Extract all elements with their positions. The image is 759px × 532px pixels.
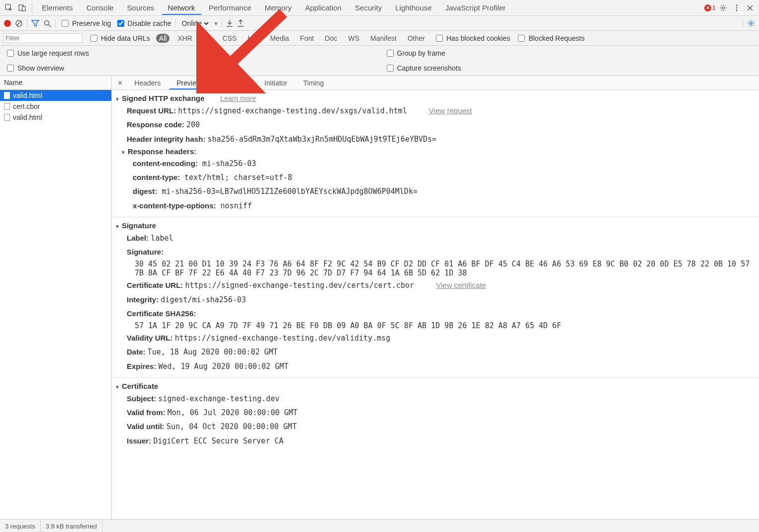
type-chip-other[interactable]: Other bbox=[405, 34, 428, 43]
section-signature-header[interactable]: Signature bbox=[112, 220, 759, 231]
close-devtools-icon[interactable] bbox=[744, 2, 756, 14]
section-signature-title: Signature bbox=[122, 221, 156, 230]
export-har-icon[interactable] bbox=[237, 19, 244, 27]
response-headers-subgroup[interactable]: Response headers: bbox=[112, 146, 759, 157]
request-row[interactable]: cert.cbor bbox=[0, 101, 111, 112]
capture-screenshots-checkbox[interactable]: Capture screenshots bbox=[385, 63, 461, 73]
search-icon[interactable] bbox=[43, 19, 51, 27]
request-name: valid.html bbox=[13, 91, 42, 99]
request-list-header[interactable]: Name bbox=[0, 76, 111, 90]
filter-icon[interactable] bbox=[31, 19, 39, 27]
tab-performance[interactable]: Performance bbox=[203, 0, 257, 15]
subtab-headers[interactable]: Headers bbox=[127, 77, 168, 89]
sig-integrity-k: Integrity: bbox=[127, 295, 159, 304]
view-request-link[interactable]: View request bbox=[429, 106, 472, 115]
record-button[interactable] bbox=[4, 20, 11, 27]
tab-memory[interactable]: Memory bbox=[259, 0, 298, 15]
devtools-tab-strip: Elements Console Sources Network Perform… bbox=[0, 0, 759, 16]
cert-validfrom-v: Mon, 06 Jul 2020 00:00:00 GMT bbox=[168, 408, 298, 417]
type-chip-manifest[interactable]: Manifest bbox=[367, 34, 400, 43]
request-row[interactable]: valid.html bbox=[0, 112, 111, 123]
svg-point-5 bbox=[736, 7, 738, 8]
inspect-element-icon[interactable] bbox=[3, 2, 15, 14]
response-header-name: content-type: bbox=[133, 173, 180, 181]
preserve-log-checkbox[interactable]: Preserve log bbox=[60, 18, 111, 28]
subtab-initiator[interactable]: Initiator bbox=[257, 77, 294, 89]
cert-issuer-k: Issuer: bbox=[127, 437, 151, 445]
detail-body: Signed HTTP exchange Learn more Request … bbox=[112, 90, 759, 519]
sig-date-v: Tue, 18 Aug 2020 00:00:02 GMT bbox=[148, 348, 278, 356]
status-requests: 3 requests bbox=[0, 520, 41, 532]
svg-rect-2 bbox=[22, 6, 25, 11]
request-url-value: https://signed-exchange-testing.dev/sxgs… bbox=[178, 106, 407, 115]
close-detail-icon[interactable]: × bbox=[115, 79, 125, 88]
tab-js-profiler[interactable]: JavaScript Profiler bbox=[439, 0, 512, 15]
type-chip-media[interactable]: Media bbox=[267, 34, 292, 43]
type-chip-font[interactable]: Font bbox=[297, 34, 317, 43]
response-code-value: 200 bbox=[186, 120, 200, 129]
header-integrity-label: Header integrity hash: bbox=[127, 135, 205, 143]
group-by-frame-checkbox[interactable]: Group by frame bbox=[385, 48, 445, 58]
type-chip-xhr[interactable]: XHR bbox=[174, 34, 195, 43]
tab-application[interactable]: Application bbox=[299, 0, 347, 15]
response-header-value: mi-sha256-03=LB7wdlHO51Z1Ze600lbYAEYsckW… bbox=[157, 187, 418, 196]
type-chip-css[interactable]: CSS bbox=[219, 34, 240, 43]
more-options-icon[interactable] bbox=[731, 2, 743, 14]
request-list: valid.htmlcert.cborvalid.html bbox=[0, 90, 111, 519]
blocked-requests-checkbox[interactable]: Blocked Requests bbox=[516, 33, 585, 43]
network-settings-gear-icon[interactable] bbox=[747, 19, 755, 27]
request-detail-tabs: × Headers Preview Response Initiator Tim… bbox=[112, 76, 759, 90]
type-chip-ws[interactable]: WS bbox=[345, 34, 363, 43]
throttling-select[interactable]: Online bbox=[180, 19, 210, 28]
request-name: valid.html bbox=[13, 113, 42, 121]
disclosure-triangle-icon bbox=[115, 94, 120, 102]
sig-label-k: Label: bbox=[127, 234, 149, 242]
type-chip-all[interactable]: All bbox=[156, 34, 170, 43]
tab-console[interactable]: Console bbox=[81, 0, 120, 15]
preserve-log-label: Preserve log bbox=[72, 19, 111, 27]
request-row[interactable]: valid.html bbox=[0, 90, 111, 101]
header-integrity-value: sha256-aSdRm3m7qXtaWb3xjRn5mHDUqEbWAj9t9… bbox=[208, 135, 437, 144]
subtab-response[interactable]: Response bbox=[210, 77, 255, 89]
disclosure-triangle-icon bbox=[121, 147, 126, 156]
type-chip-img[interactable]: Img bbox=[245, 34, 262, 43]
subtab-preview[interactable]: Preview bbox=[169, 77, 208, 89]
filter-bar: Hide data URLs All XHR JS CSS Img Media … bbox=[0, 31, 759, 46]
cert-validuntil-v: Sun, 04 Oct 2020 00:00:00 GMT bbox=[167, 422, 297, 431]
resource-type-filters: All XHR JS CSS Img Media Font Doc WS Man… bbox=[156, 34, 428, 43]
response-header-name: x-content-type-options: bbox=[133, 201, 216, 210]
large-request-rows-checkbox[interactable]: Use large request rows bbox=[5, 48, 89, 58]
device-toolbar-icon[interactable] bbox=[16, 2, 28, 14]
clear-icon[interactable] bbox=[15, 19, 23, 27]
sig-expires-v: Wed, 19 Aug 2020 00:00:02 GMT bbox=[158, 362, 288, 371]
response-header-name: content-encoding: bbox=[133, 159, 198, 168]
blocked-requests-label: Blocked Requests bbox=[528, 34, 585, 42]
disable-cache-checkbox[interactable]: Disable cache bbox=[115, 18, 171, 28]
sig-integrity-v: digest/mi-sha256-03 bbox=[161, 295, 246, 304]
type-chip-doc[interactable]: Doc bbox=[322, 34, 340, 43]
settings-gear-icon[interactable] bbox=[717, 2, 729, 14]
tab-elements[interactable]: Elements bbox=[36, 0, 79, 15]
has-blocked-cookies-checkbox[interactable]: Has blocked cookies bbox=[434, 33, 510, 43]
view-certificate-link[interactable]: View certificate bbox=[436, 281, 486, 289]
error-count-badge[interactable]: ✕1 bbox=[704, 4, 716, 11]
show-overview-checkbox[interactable]: Show overview bbox=[5, 63, 64, 73]
document-icon bbox=[4, 103, 10, 110]
subtab-timing[interactable]: Timing bbox=[296, 77, 331, 89]
has-blocked-cookies-label: Has blocked cookies bbox=[446, 34, 510, 42]
tab-sources[interactable]: Sources bbox=[121, 0, 161, 15]
hide-data-urls-checkbox[interactable]: Hide data URLs bbox=[88, 33, 150, 43]
tab-lighthouse[interactable]: Lighthouse bbox=[389, 0, 437, 15]
document-icon bbox=[4, 92, 10, 99]
tab-security[interactable]: Security bbox=[349, 0, 388, 15]
filter-input[interactable] bbox=[3, 33, 83, 43]
disclosure-triangle-icon bbox=[115, 382, 120, 390]
section-sxg-header[interactable]: Signed HTTP exchange Learn more bbox=[112, 92, 759, 104]
import-har-icon[interactable] bbox=[226, 19, 233, 27]
learn-more-link[interactable]: Learn more bbox=[220, 94, 256, 102]
type-chip-js[interactable]: JS bbox=[200, 34, 214, 43]
tab-network[interactable]: Network bbox=[162, 0, 201, 15]
section-certificate-header[interactable]: Certificate bbox=[112, 380, 759, 392]
sig-validityurl-v: https://signed-exchange-testing.dev/vali… bbox=[175, 334, 390, 343]
svg-point-4 bbox=[736, 4, 738, 6]
